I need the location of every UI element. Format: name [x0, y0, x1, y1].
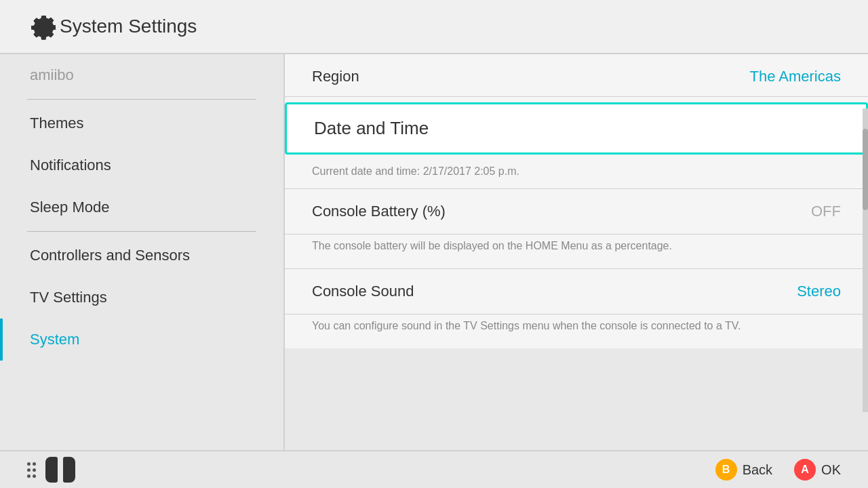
footer-left [27, 457, 75, 483]
region-row[interactable]: Region The Americas [285, 54, 868, 97]
sound-description: You can configure sound in the TV Settin… [285, 314, 868, 343]
date-time-subtext: Current date and time: 2/17/2017 2:05 p.… [285, 160, 868, 188]
content-panel: Region The Americas Date and Time Curren… [285, 54, 868, 348]
gear-icon [27, 10, 60, 43]
battery-row[interactable]: Console Battery (%) OFF [285, 189, 868, 235]
sidebar-item-notifications[interactable]: Notifications [0, 144, 283, 186]
sidebar-item-themes[interactable]: Themes [0, 102, 283, 144]
sound-section: Console Sound Stereo You can configure s… [285, 269, 868, 348]
back-button[interactable]: B Back [715, 459, 772, 481]
ok-label: OK [821, 462, 841, 478]
content-wrapper: Region The Americas Date and Time Curren… [285, 54, 868, 450]
sidebar-item-sleep-mode[interactable]: Sleep Mode [0, 186, 283, 228]
battery-value: OFF [811, 203, 841, 220]
ok-button[interactable]: A OK [794, 459, 841, 481]
sidebar-divider-1 [27, 99, 256, 100]
dots-icon [27, 462, 36, 478]
sidebar-item-amiibo[interactable]: amiibo [0, 54, 283, 96]
sidebar-divider-2 [27, 231, 256, 232]
page-title: System Settings [60, 16, 197, 37]
back-label: Back [743, 462, 772, 478]
sidebar: amiibo Themes Notifications Sleep Mode C… [0, 54, 285, 450]
sound-row[interactable]: Console Sound Stereo [285, 269, 868, 314]
date-time-label: Date and Time [314, 118, 429, 139]
joycon-left-icon [45, 457, 58, 483]
battery-section: Console Battery (%) OFF The console batt… [285, 189, 868, 268]
battery-description: The console battery will be displayed on… [285, 235, 868, 263]
main-layout: amiibo Themes Notifications Sleep Mode C… [0, 54, 868, 450]
sound-value: Stereo [797, 283, 841, 300]
footer: B Back A OK [0, 450, 868, 488]
sidebar-item-controllers[interactable]: Controllers and Sensors [0, 235, 283, 277]
scrollbar-thumb[interactable] [863, 129, 868, 210]
sidebar-item-tv-settings[interactable]: TV Settings [0, 277, 283, 319]
b-button-icon: B [715, 459, 737, 481]
footer-right: B Back A OK [715, 459, 841, 481]
battery-label: Console Battery (%) [312, 203, 446, 220]
date-time-row[interactable]: Date and Time [285, 102, 868, 155]
scrollbar-track[interactable] [863, 108, 868, 412]
sound-label: Console Sound [312, 283, 414, 300]
sidebar-item-system[interactable]: System [0, 319, 283, 361]
a-button-icon: A [794, 459, 816, 481]
joycon-right-icon [63, 457, 75, 483]
region-label: Region [312, 68, 359, 85]
header: System Settings [0, 0, 868, 54]
region-value: The Americas [750, 68, 842, 85]
